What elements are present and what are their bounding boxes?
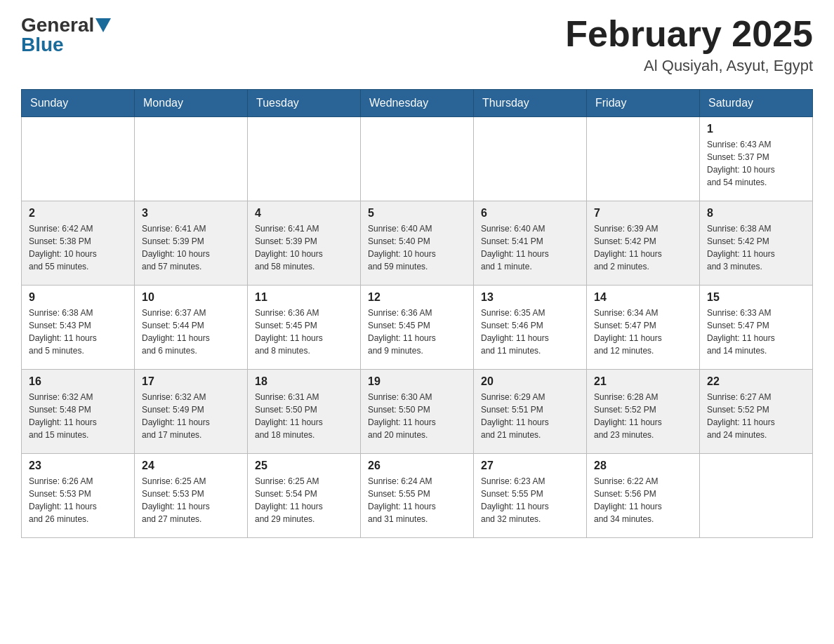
day-number: 28	[594, 459, 692, 472]
day-number: 19	[368, 375, 466, 388]
calendar-cell: 24Sunrise: 6:25 AM Sunset: 5:53 PM Dayli…	[135, 454, 248, 538]
month-year-title: February 2025	[565, 14, 813, 54]
logo-text-blue: Blue	[21, 34, 111, 56]
calendar-table: SundayMondayTuesdayWednesdayThursdayFrid…	[21, 89, 813, 538]
day-number: 10	[142, 291, 240, 304]
calendar-cell	[22, 117, 135, 201]
calendar-cell: 14Sunrise: 6:34 AM Sunset: 5:47 PM Dayli…	[587, 286, 700, 370]
calendar-cell: 7Sunrise: 6:39 AM Sunset: 5:42 PM Daylig…	[587, 201, 700, 286]
day-number: 15	[707, 291, 805, 304]
day-number: 11	[255, 291, 353, 304]
calendar-cell: 22Sunrise: 6:27 AM Sunset: 5:52 PM Dayli…	[700, 370, 813, 454]
day-info: Sunrise: 6:43 AM Sunset: 5:37 PM Dayligh…	[707, 138, 805, 189]
calendar-cell: 2Sunrise: 6:42 AM Sunset: 5:38 PM Daylig…	[22, 201, 135, 286]
day-number: 20	[481, 375, 579, 388]
day-info: Sunrise: 6:40 AM Sunset: 5:41 PM Dayligh…	[481, 222, 579, 273]
day-number: 2	[29, 207, 127, 220]
day-info: Sunrise: 6:36 AM Sunset: 5:45 PM Dayligh…	[368, 307, 466, 357]
calendar-cell: 16Sunrise: 6:32 AM Sunset: 5:48 PM Dayli…	[22, 370, 135, 454]
calendar-cell: 12Sunrise: 6:36 AM Sunset: 5:45 PM Dayli…	[361, 286, 474, 370]
day-info: Sunrise: 6:39 AM Sunset: 5:42 PM Dayligh…	[594, 222, 692, 273]
day-info: Sunrise: 6:42 AM Sunset: 5:38 PM Dayligh…	[29, 222, 127, 273]
calendar-cell: 13Sunrise: 6:35 AM Sunset: 5:46 PM Dayli…	[474, 286, 587, 370]
weekday-header-saturday: Saturday	[700, 90, 813, 117]
weekday-header-wednesday: Wednesday	[361, 90, 474, 117]
day-info: Sunrise: 6:38 AM Sunset: 5:42 PM Dayligh…	[707, 222, 805, 273]
day-number: 18	[255, 375, 353, 388]
title-block: February 2025 Al Qusiyah, Asyut, Egypt	[565, 14, 813, 75]
calendar-cell: 1Sunrise: 6:43 AM Sunset: 5:37 PM Daylig…	[700, 117, 813, 201]
day-number: 22	[707, 375, 805, 388]
weekday-header-monday: Monday	[135, 90, 248, 117]
calendar-cell: 21Sunrise: 6:28 AM Sunset: 5:52 PM Dayli…	[587, 370, 700, 454]
calendar-cell: 18Sunrise: 6:31 AM Sunset: 5:50 PM Dayli…	[248, 370, 361, 454]
day-number: 26	[368, 459, 466, 472]
day-info: Sunrise: 6:26 AM Sunset: 5:53 PM Dayligh…	[29, 475, 127, 525]
day-number: 7	[594, 207, 692, 220]
day-number: 17	[142, 375, 240, 388]
weekday-header-tuesday: Tuesday	[248, 90, 361, 117]
calendar-cell: 28Sunrise: 6:22 AM Sunset: 5:56 PM Dayli…	[587, 454, 700, 538]
calendar-cell: 23Sunrise: 6:26 AM Sunset: 5:53 PM Dayli…	[22, 454, 135, 538]
day-info: Sunrise: 6:38 AM Sunset: 5:43 PM Dayligh…	[29, 307, 127, 357]
logo-triangle-icon	[95, 18, 111, 32]
day-number: 14	[594, 291, 692, 304]
calendar-cell: 9Sunrise: 6:38 AM Sunset: 5:43 PM Daylig…	[22, 286, 135, 370]
day-number: 3	[142, 207, 240, 220]
svg-marker-0	[95, 18, 111, 32]
calendar-cell: 3Sunrise: 6:41 AM Sunset: 5:39 PM Daylig…	[135, 201, 248, 286]
day-info: Sunrise: 6:30 AM Sunset: 5:50 PM Dayligh…	[368, 391, 466, 441]
weekday-header-friday: Friday	[587, 90, 700, 117]
day-info: Sunrise: 6:41 AM Sunset: 5:39 PM Dayligh…	[142, 222, 240, 273]
day-info: Sunrise: 6:35 AM Sunset: 5:46 PM Dayligh…	[481, 307, 579, 357]
calendar-cell	[700, 454, 813, 538]
day-info: Sunrise: 6:29 AM Sunset: 5:51 PM Dayligh…	[481, 391, 579, 441]
calendar-cell	[248, 117, 361, 201]
day-number: 25	[255, 459, 353, 472]
location-subtitle: Al Qusiyah, Asyut, Egypt	[565, 57, 813, 75]
day-info: Sunrise: 6:40 AM Sunset: 5:40 PM Dayligh…	[368, 222, 466, 273]
calendar-cell: 25Sunrise: 6:25 AM Sunset: 5:54 PM Dayli…	[248, 454, 361, 538]
calendar-cell: 15Sunrise: 6:33 AM Sunset: 5:47 PM Dayli…	[700, 286, 813, 370]
calendar-cell: 19Sunrise: 6:30 AM Sunset: 5:50 PM Dayli…	[361, 370, 474, 454]
calendar-cell: 27Sunrise: 6:23 AM Sunset: 5:55 PM Dayli…	[474, 454, 587, 538]
logo: General Blue	[21, 14, 111, 56]
calendar-cell: 5Sunrise: 6:40 AM Sunset: 5:40 PM Daylig…	[361, 201, 474, 286]
calendar-cell: 26Sunrise: 6:24 AM Sunset: 5:55 PM Dayli…	[361, 454, 474, 538]
day-info: Sunrise: 6:25 AM Sunset: 5:53 PM Dayligh…	[142, 475, 240, 525]
day-number: 5	[368, 207, 466, 220]
day-info: Sunrise: 6:23 AM Sunset: 5:55 PM Dayligh…	[481, 475, 579, 525]
weekday-header-sunday: Sunday	[22, 90, 135, 117]
calendar-cell	[474, 117, 587, 201]
calendar-cell: 10Sunrise: 6:37 AM Sunset: 5:44 PM Dayli…	[135, 286, 248, 370]
day-info: Sunrise: 6:37 AM Sunset: 5:44 PM Dayligh…	[142, 307, 240, 357]
calendar-cell: 20Sunrise: 6:29 AM Sunset: 5:51 PM Dayli…	[474, 370, 587, 454]
day-info: Sunrise: 6:28 AM Sunset: 5:52 PM Dayligh…	[594, 391, 692, 441]
day-info: Sunrise: 6:32 AM Sunset: 5:49 PM Dayligh…	[142, 391, 240, 441]
day-number: 6	[481, 207, 579, 220]
calendar-cell: 6Sunrise: 6:40 AM Sunset: 5:41 PM Daylig…	[474, 201, 587, 286]
calendar-cell	[135, 117, 248, 201]
week-row-5: 23Sunrise: 6:26 AM Sunset: 5:53 PM Dayli…	[22, 454, 813, 538]
calendar-cell: 17Sunrise: 6:32 AM Sunset: 5:49 PM Dayli…	[135, 370, 248, 454]
weekday-header-thursday: Thursday	[474, 90, 587, 117]
day-number: 21	[594, 375, 692, 388]
calendar-cell: 8Sunrise: 6:38 AM Sunset: 5:42 PM Daylig…	[700, 201, 813, 286]
day-number: 8	[707, 207, 805, 220]
day-info: Sunrise: 6:22 AM Sunset: 5:56 PM Dayligh…	[594, 475, 692, 525]
day-info: Sunrise: 6:25 AM Sunset: 5:54 PM Dayligh…	[255, 475, 353, 525]
day-number: 12	[368, 291, 466, 304]
day-number: 1	[707, 123, 805, 135]
calendar-cell	[361, 117, 474, 201]
day-info: Sunrise: 6:33 AM Sunset: 5:47 PM Dayligh…	[707, 307, 805, 357]
day-number: 4	[255, 207, 353, 220]
day-number: 23	[29, 459, 127, 472]
day-info: Sunrise: 6:32 AM Sunset: 5:48 PM Dayligh…	[29, 391, 127, 441]
day-info: Sunrise: 6:34 AM Sunset: 5:47 PM Dayligh…	[594, 307, 692, 357]
week-row-3: 9Sunrise: 6:38 AM Sunset: 5:43 PM Daylig…	[22, 286, 813, 370]
page-header: General Blue February 2025 Al Qusiyah, A…	[21, 14, 813, 75]
calendar-cell: 11Sunrise: 6:36 AM Sunset: 5:45 PM Dayli…	[248, 286, 361, 370]
calendar-cell: 4Sunrise: 6:41 AM Sunset: 5:39 PM Daylig…	[248, 201, 361, 286]
day-number: 13	[481, 291, 579, 304]
calendar-cell	[587, 117, 700, 201]
